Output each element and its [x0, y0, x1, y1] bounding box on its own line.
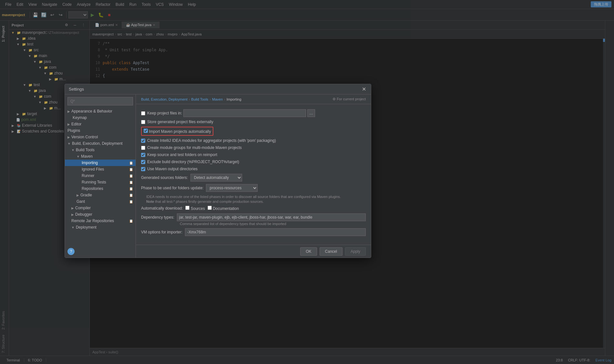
keep-project-browse-button[interactable]: …	[307, 109, 315, 117]
info-text-block: IDEA needs to execute one of the listed …	[146, 194, 366, 204]
settings-item-runningtests[interactable]: Running Tests 📋	[65, 179, 136, 185]
sources-text: Sources	[191, 206, 205, 211]
import-maven-checkbox[interactable]	[144, 129, 148, 133]
settings-item-keymap[interactable]: Keymap	[65, 114, 136, 121]
phase-folders-select[interactable]: process-resources generate-sources none	[206, 184, 258, 192]
settings-label-remotejar: Remote Jar Repositories	[71, 219, 114, 223]
settings-item-buildtools[interactable]: ▼ Build Tools	[65, 147, 136, 153]
breadcrumb-build[interactable]: Build, Execution, Deployment	[141, 97, 188, 101]
create-groups-checkbox[interactable]	[141, 146, 145, 150]
dialog-breadcrumb: Build, Execution, Deployment › Build Too…	[136, 94, 371, 104]
settings-label-build: Build, Execution, Deployment	[72, 141, 123, 146]
settings-item-repos[interactable]: Repositories 📋	[65, 185, 136, 192]
setting-vm-options: VM options for importer:	[141, 228, 366, 236]
settings-label-plugins: Plugins	[67, 128, 80, 133]
settings-label-gradle: Gradle	[80, 193, 92, 197]
settings-item-debugger[interactable]: ▶ Debugger	[65, 211, 136, 218]
ok-button[interactable]: OK	[300, 247, 317, 256]
sources-checkbox[interactable]	[185, 206, 189, 210]
store-generated-checkbox[interactable]	[141, 120, 145, 124]
documentation-label[interactable]: Documentation	[208, 206, 239, 211]
use-maven-output-label[interactable]: Use Maven output directories	[141, 167, 198, 171]
create-modules-checkbox[interactable]	[141, 139, 145, 143]
setting-generated-sources: Generated sources folders: Detect automa…	[141, 174, 366, 182]
setting-import-maven-highlighted: Import Maven projects automatically	[141, 127, 213, 136]
breadcrumb-maven[interactable]: Maven	[212, 97, 223, 101]
chevron-compiler: ▶	[71, 206, 74, 210]
breadcrumb-sep3: ›	[224, 97, 225, 101]
setting-dependency-types: Dependency types: Comma separated list o…	[141, 213, 366, 226]
dependency-types-row: Dependency types:	[141, 213, 366, 221]
dialog-close-button[interactable]: ✕	[361, 86, 367, 93]
keep-project-checkbox[interactable]	[141, 111, 145, 115]
importing-icon: 📋	[129, 161, 133, 165]
help-area: ?	[65, 245, 136, 258]
settings-item-deployment[interactable]: ▼ Deployment	[65, 224, 136, 231]
gear-icon: ⚙	[333, 97, 336, 101]
settings-item-ignored[interactable]: Ignored Files 📋	[65, 166, 136, 172]
keep-project-input[interactable]	[183, 109, 306, 117]
chevron-appearance: ▶	[67, 110, 70, 113]
vm-options-label: VM options for importer:	[141, 230, 182, 234]
settings-label-maven: Maven	[81, 154, 93, 159]
settings-item-importing[interactable]: Importing 📋	[65, 160, 136, 166]
settings-item-gradle[interactable]: ▶ Gradle 📋	[65, 192, 136, 198]
generated-sources-select[interactable]: Detect automatically Generate sources Do…	[190, 174, 242, 182]
vm-options-input[interactable]	[185, 228, 366, 236]
settings-item-plugins[interactable]: Plugins	[65, 127, 136, 134]
create-modules-label[interactable]: Create IntelliJ IDEA modules for aggrega…	[141, 138, 276, 143]
setting-store-generated: Store generated project files externally	[141, 120, 366, 124]
create-modules-text: Create IntelliJ IDEA modules for aggrega…	[147, 138, 276, 143]
use-maven-output-checkbox[interactable]	[141, 167, 145, 171]
ide-window: File Edit View Navigate Code Analyze Ref…	[0, 0, 614, 364]
help-button[interactable]: ?	[67, 248, 75, 255]
settings-label-runningtests: Running Tests	[82, 180, 106, 184]
apply-button[interactable]: Apply	[345, 247, 366, 256]
runner-icon: 📋	[129, 174, 133, 178]
dialog-content: Keep project files in: … Store generated…	[136, 104, 371, 245]
breadcrumb-buildtools[interactable]: Build Tools	[191, 97, 208, 101]
settings-item-remotejar[interactable]: Remote Jar Repositories 📋	[65, 218, 136, 224]
dialog-footer: OK Cancel Apply	[136, 245, 371, 258]
auto-download-label: Automatically download:	[141, 206, 183, 211]
settings-label-ignored: Ignored Files	[82, 167, 104, 172]
keep-source-label[interactable]: Keep source and test folders on reimport	[141, 152, 217, 157]
settings-item-maven[interactable]: ▼ Maven	[65, 153, 136, 160]
chevron-buildtools: ▼	[71, 148, 75, 152]
settings-item-runner[interactable]: Runner 📋	[65, 172, 136, 179]
keep-source-checkbox[interactable]	[141, 153, 145, 157]
dependency-types-input[interactable]	[177, 213, 366, 221]
keep-project-text: Keep project files in:	[147, 111, 182, 115]
dependency-types-label: Dependency types:	[141, 215, 174, 220]
cancel-button[interactable]: Cancel	[320, 247, 343, 256]
keep-source-text: Keep source and test folders on reimport	[147, 152, 217, 157]
gant-icon: 📋	[129, 200, 133, 203]
use-maven-output-text: Use Maven output directories	[147, 167, 198, 171]
import-maven-label[interactable]: Import Maven projects automatically	[144, 129, 211, 134]
store-generated-label[interactable]: Store generated project files externally	[141, 120, 213, 124]
settings-label-gant: Gant	[77, 199, 85, 204]
settings-search-input[interactable]	[67, 97, 133, 105]
generated-sources-label: Generated sources folders:	[141, 175, 188, 180]
setting-phase-folders: Phase to be used for folders update: pro…	[141, 184, 366, 192]
setting-auto-download: Automatically download: Sources Document…	[141, 206, 366, 211]
settings-item-vcs[interactable]: ▶ Version Control	[65, 134, 136, 140]
settings-label-importing: Importing	[82, 161, 98, 165]
settings-label-repos: Repositories	[82, 186, 103, 191]
dialog-body: ▶ Appearance & Behavior Keymap ▶ Editor …	[65, 94, 371, 258]
keep-project-label[interactable]: Keep project files in:	[141, 111, 182, 115]
settings-label-appearance: Appearance & Behavior	[71, 109, 112, 113]
exclude-build-checkbox[interactable]	[141, 160, 145, 164]
remotejar-icon: 📋	[129, 219, 133, 223]
settings-item-editor[interactable]: ▶ Editor	[65, 121, 136, 127]
exclude-build-label[interactable]: Exclude build directory (%PROJECT_ROOT%/…	[141, 160, 239, 164]
create-groups-text: Create module groups for multi-module Ma…	[147, 145, 242, 150]
create-groups-label[interactable]: Create module groups for multi-module Ma…	[141, 145, 242, 150]
settings-item-gant[interactable]: Gant 📋	[65, 198, 136, 205]
sources-label[interactable]: Sources	[185, 206, 205, 211]
settings-item-appearance[interactable]: ▶ Appearance & Behavior	[65, 108, 136, 114]
documentation-checkbox[interactable]	[208, 206, 212, 210]
settings-item-build[interactable]: ▼ Build, Execution, Deployment	[65, 140, 136, 147]
settings-item-compiler[interactable]: ▶ Compiler	[65, 205, 136, 211]
repos-icon: 📋	[129, 187, 133, 191]
